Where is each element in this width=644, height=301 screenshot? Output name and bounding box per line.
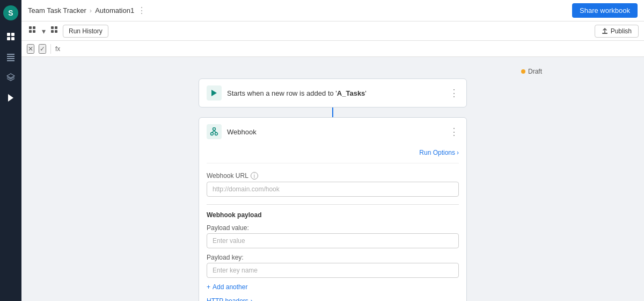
toolbar: ▾ Run History Publish bbox=[21, 22, 644, 41]
payload-value-label: Payload value: bbox=[207, 224, 459, 232]
canvas-area: Draft Starts when a new row is added to … bbox=[91, 68, 574, 301]
svg-rect-17 bbox=[602, 33, 608, 34]
breadcrumb: Team Task Tracker › Automation1 ⋮ bbox=[28, 5, 572, 16]
add-another-button[interactable]: + Add another bbox=[207, 283, 247, 291]
chevron-right-icon: › bbox=[457, 149, 459, 156]
svg-rect-7 bbox=[7, 60, 14, 61]
breadcrumb-current: Automation1 bbox=[95, 6, 134, 15]
chevron-right-icon-http: › bbox=[251, 297, 253, 301]
payload-value-input[interactable] bbox=[207, 233, 459, 248]
svg-rect-9 bbox=[29, 26, 32, 29]
grid-view-icons: ▾ bbox=[27, 25, 61, 37]
formula-input[interactable] bbox=[64, 45, 639, 53]
webhook-url-input[interactable] bbox=[207, 182, 459, 197]
formula-separator bbox=[50, 44, 51, 54]
svg-rect-1 bbox=[11, 33, 14, 36]
payload-section-title: Webhook payload bbox=[207, 211, 459, 219]
svg-marker-8 bbox=[8, 94, 13, 102]
formula-bar: ✕ ✓ fx bbox=[21, 41, 644, 57]
trigger-card-menu[interactable]: ⋮ bbox=[449, 88, 459, 98]
draft-badge: Draft bbox=[521, 68, 542, 75]
svg-rect-13 bbox=[51, 26, 54, 29]
svg-point-20 bbox=[215, 133, 218, 135]
grid-icon-btn[interactable] bbox=[27, 25, 39, 37]
breadcrumb-menu[interactable]: ⋮ bbox=[137, 5, 146, 16]
breadcrumb-workspace[interactable]: Team Task Tracker bbox=[28, 6, 86, 15]
payload-key-label: Payload key: bbox=[207, 254, 459, 261]
svg-rect-14 bbox=[55, 26, 57, 29]
webhook-card-header: Webhook ⋮ bbox=[199, 118, 466, 146]
svg-rect-11 bbox=[29, 30, 32, 33]
svg-point-19 bbox=[211, 133, 214, 135]
publish-icon bbox=[602, 28, 608, 34]
chevron-down-icon-btn[interactable]: ▾ bbox=[40, 26, 48, 37]
topbar: Team Task Tracker › Automation1 ⋮ Share … bbox=[21, 0, 644, 22]
svg-marker-18 bbox=[211, 90, 217, 96]
svg-rect-12 bbox=[33, 30, 35, 33]
svg-rect-5 bbox=[7, 56, 14, 57]
run-history-button[interactable]: Run History bbox=[63, 25, 108, 38]
topbar-actions: Share workbook bbox=[572, 3, 638, 18]
webhook-card-body: Run Options › Webhook URL i Webhook payl… bbox=[199, 146, 466, 301]
trigger-card-header: Starts when a new row is added to 'A_Tas… bbox=[199, 79, 466, 107]
list-icon-btn[interactable] bbox=[49, 25, 61, 37]
payload-key-field: Payload key: bbox=[207, 254, 459, 278]
formula-check-button[interactable]: ✓ bbox=[39, 44, 46, 54]
sidebar-item-automation[interactable] bbox=[2, 89, 19, 106]
formula-fx-label: fx bbox=[55, 45, 60, 53]
svg-rect-15 bbox=[51, 30, 54, 33]
trigger-card-title: Starts when a new row is added to 'A_Tas… bbox=[227, 89, 444, 97]
toolbar-right: Publish bbox=[595, 25, 639, 38]
webhook-url-label: Webhook URL i bbox=[207, 172, 459, 180]
trigger-icon bbox=[207, 85, 222, 101]
svg-rect-16 bbox=[55, 30, 57, 33]
draft-label: Draft bbox=[528, 68, 542, 75]
svg-rect-3 bbox=[11, 37, 14, 40]
payload-value-field: Payload value: bbox=[207, 224, 459, 248]
webhook-card-title: Webhook bbox=[227, 128, 444, 136]
formula-close-button[interactable]: ✕ bbox=[27, 44, 34, 54]
connector-line-1 bbox=[332, 108, 333, 117]
draft-dot bbox=[521, 69, 525, 74]
svg-rect-4 bbox=[7, 54, 14, 55]
payload-key-input[interactable] bbox=[207, 263, 459, 278]
app-logo: S bbox=[3, 5, 18, 20]
toolbar-left: ▾ Run History bbox=[27, 25, 108, 38]
main-canvas: Draft Starts when a new row is added to … bbox=[21, 57, 644, 301]
run-options-row: Run Options › bbox=[207, 146, 459, 163]
webhook-card: Webhook ⋮ Run Options › Webhook URL i bbox=[199, 117, 467, 301]
sidebar-item-table[interactable] bbox=[2, 48, 19, 66]
svg-rect-2 bbox=[7, 37, 10, 40]
trigger-card: Starts when a new row is added to 'A_Tas… bbox=[199, 78, 467, 108]
share-workbook-button[interactable]: Share workbook bbox=[572, 3, 638, 18]
http-headers-button[interactable]: HTTP headers › bbox=[207, 297, 253, 301]
svg-rect-0 bbox=[7, 33, 10, 36]
sidebar-item-layers[interactable] bbox=[2, 69, 19, 86]
plus-icon: + bbox=[207, 283, 210, 291]
svg-rect-6 bbox=[7, 58, 14, 59]
http-headers-row: HTTP headers › bbox=[207, 297, 459, 301]
webhook-icon bbox=[207, 124, 222, 139]
publish-button[interactable]: Publish bbox=[595, 25, 639, 38]
run-options-button[interactable]: Run Options › bbox=[419, 149, 459, 156]
sidebar: S bbox=[0, 0, 21, 301]
breadcrumb-separator: › bbox=[90, 6, 92, 15]
webhook-card-menu[interactable]: ⋮ bbox=[449, 127, 459, 137]
sidebar-item-grid[interactable] bbox=[2, 28, 19, 45]
divider bbox=[207, 204, 459, 205]
svg-rect-10 bbox=[33, 26, 35, 29]
webhook-url-field-group: Webhook URL i bbox=[207, 172, 459, 197]
svg-point-21 bbox=[213, 128, 216, 131]
webhook-url-info-icon[interactable]: i bbox=[251, 172, 258, 180]
